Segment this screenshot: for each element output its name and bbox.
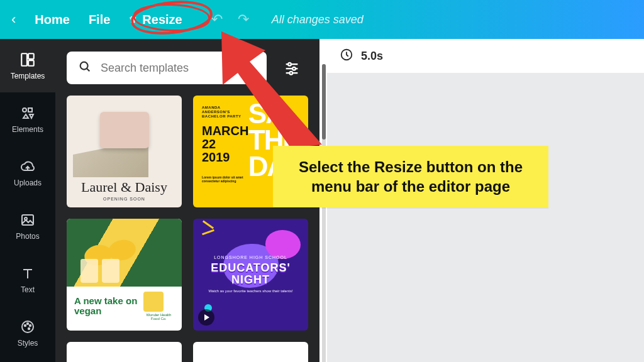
svg-rect-2 — [28, 60, 34, 66]
template-logo-label: Wonder Health Food Co. — [143, 313, 174, 321]
template-date: MARCH — [202, 124, 245, 138]
search-icon — [78, 60, 92, 76]
template-title: NIGHT — [231, 273, 270, 286]
canvas-toolbar: 5.0s — [327, 39, 644, 73]
search-row — [67, 52, 308, 84]
template-tiny: Watch as your favorite teachers show the… — [208, 289, 292, 294]
uploads-icon — [19, 158, 36, 175]
sidebar-item-label: Text — [21, 285, 35, 294]
template-title: Laurel & Daisy — [81, 179, 167, 195]
annotation-callout: Select the Resize button on the menu bar… — [273, 146, 548, 207]
svg-point-15 — [288, 63, 291, 66]
resize-button[interactable]: ♛ Resize — [129, 13, 182, 27]
templates-grid: Laurel & Daisy OPENING SOON AMANDA ANDER… — [67, 96, 308, 362]
template-card[interactable]: Laurel & Daisy OPENING SOON — [67, 96, 182, 207]
svg-rect-1 — [28, 53, 34, 59]
search-input[interactable] — [101, 62, 255, 75]
svg-point-9 — [27, 322, 28, 324]
template-subtitle: OPENING SOON — [103, 197, 145, 201]
template-big: SA — [248, 101, 306, 127]
svg-point-10 — [30, 324, 31, 326]
sidebar-item-text[interactable]: Text — [0, 253, 55, 306]
save-status: All changes saved — [272, 13, 364, 26]
top-nav: ‹ Home File ♛ Resize — [11, 11, 182, 28]
svg-point-12 — [80, 62, 88, 70]
sidebar-item-templates[interactable]: Templates — [0, 39, 55, 92]
sidebar: Templates Elements Uploads Photos Text — [0, 39, 55, 362]
back-button[interactable]: ‹ — [11, 11, 16, 28]
sidebar-item-label: Uploads — [14, 178, 42, 187]
play-icon — [198, 309, 214, 326]
sidebar-item-elements[interactable]: Elements — [0, 92, 55, 146]
top-menu-bar: ‹ Home File ♛ Resize ↶ ↷ All changes sav… — [0, 0, 644, 39]
svg-point-3 — [23, 108, 26, 112]
template-card[interactable]: A new take on vegan Wonder Health Food C… — [67, 219, 182, 331]
svg-point-19 — [290, 72, 293, 75]
sidebar-item-styles[interactable]: Styles — [0, 306, 55, 359]
clock-icon — [340, 48, 353, 65]
duration-label[interactable]: 5.0s — [361, 50, 383, 63]
template-card[interactable] — [193, 342, 308, 362]
crown-icon: ♛ — [129, 14, 137, 25]
text-icon — [19, 265, 36, 282]
scrollbar-thumb[interactable] — [322, 64, 326, 140]
template-label: AMANDA ANDERSON'S BACHELOR PARTY — [202, 106, 245, 119]
template-headline: A new take on vegan — [74, 296, 143, 316]
file-menu[interactable]: File — [89, 13, 110, 27]
svg-point-11 — [28, 327, 30, 329]
template-tag: LONGSHORE HIGH SCHOOL — [214, 255, 287, 260]
svg-rect-0 — [21, 53, 27, 66]
filter-button[interactable] — [275, 52, 308, 84]
annotation-text: Select the Resize button on the menu bar… — [299, 158, 523, 195]
svg-point-17 — [292, 67, 296, 70]
sidebar-item-label: Elements — [12, 125, 43, 134]
svg-point-8 — [25, 324, 26, 326]
home-button[interactable]: Home — [35, 13, 70, 27]
template-date: 2019 — [202, 151, 245, 164]
photos-icon — [19, 212, 36, 228]
history-controls: ↶ ↷ — [211, 11, 249, 28]
redo-button[interactable]: ↷ — [238, 11, 249, 28]
template-card[interactable] — [67, 342, 182, 362]
svg-line-13 — [87, 69, 89, 71]
sidebar-item-label: Photos — [16, 232, 39, 241]
sidebar-item-label: Styles — [18, 339, 38, 348]
template-date: 22 — [202, 138, 245, 151]
sidebar-item-label: Templates — [11, 72, 45, 80]
sidebar-item-uploads[interactable]: Uploads — [0, 146, 55, 199]
svg-rect-4 — [28, 108, 32, 112]
template-tiny: Lorem ipsum dolor sit amet consectetur a… — [202, 175, 245, 184]
undo-button[interactable]: ↶ — [211, 11, 223, 28]
styles-icon — [19, 319, 36, 335]
sidebar-item-photos[interactable]: Photos — [0, 199, 55, 253]
template-card[interactable]: LONGSHORE HIGH SCHOOL EDUCATORS' NIGHT W… — [193, 219, 308, 331]
templates-icon — [19, 52, 36, 68]
elements-icon — [19, 105, 36, 121]
template-title: EDUCATORS' — [211, 261, 291, 274]
search-box[interactable] — [67, 52, 267, 84]
resize-label: Resize — [142, 13, 182, 27]
svg-rect-5 — [22, 215, 33, 225]
